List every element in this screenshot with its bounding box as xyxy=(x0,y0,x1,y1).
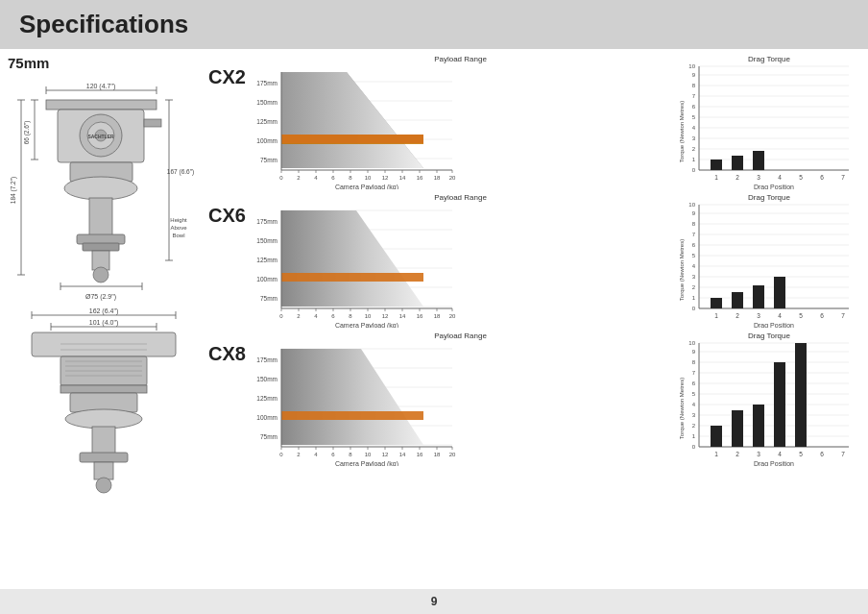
svg-text:6: 6 xyxy=(820,174,824,181)
svg-text:3: 3 xyxy=(757,312,760,319)
page-number: 9 xyxy=(431,595,438,608)
cx2-section: CX2 Payload Range 175mm 150mm 125mm 100m… xyxy=(208,55,860,191)
svg-text:184 (7.2"): 184 (7.2") xyxy=(10,177,17,204)
svg-text:150mm: 150mm xyxy=(256,376,277,382)
svg-text:175mm: 175mm xyxy=(256,80,277,86)
svg-text:125mm: 125mm xyxy=(256,257,277,263)
svg-text:7: 7 xyxy=(692,93,696,99)
main-content: 75mm 120 (4.7") 66 (2.6") 184 (7.2") xyxy=(0,55,868,604)
cx2-charts: Payload Range 175mm 150mm 125mm 100mm 75… xyxy=(251,55,860,191)
svg-text:75mm: 75mm xyxy=(260,433,277,440)
svg-text:8: 8 xyxy=(349,175,352,181)
svg-text:9: 9 xyxy=(692,349,696,355)
svg-text:2: 2 xyxy=(297,452,301,457)
svg-text:8: 8 xyxy=(692,83,696,88)
svg-text:12: 12 xyxy=(382,452,389,457)
svg-text:100mm: 100mm xyxy=(256,414,277,421)
svg-text:Torque (Newton Metres): Torque (Newton Metres) xyxy=(679,239,685,301)
svg-text:6: 6 xyxy=(820,312,824,319)
svg-text:7: 7 xyxy=(692,370,696,376)
svg-rect-27 xyxy=(89,198,112,236)
svg-text:4: 4 xyxy=(314,313,318,319)
svg-text:8: 8 xyxy=(349,452,352,457)
svg-text:2: 2 xyxy=(735,174,739,181)
svg-text:18: 18 xyxy=(434,452,441,457)
svg-text:20: 20 xyxy=(449,452,456,457)
svg-rect-273 xyxy=(711,426,722,447)
svg-text:4: 4 xyxy=(778,451,782,457)
svg-text:1: 1 xyxy=(714,451,718,457)
svg-rect-21 xyxy=(144,119,161,127)
svg-text:101 (4.0"): 101 (4.0") xyxy=(89,319,119,327)
svg-text:5: 5 xyxy=(799,174,803,181)
svg-text:2: 2 xyxy=(692,284,696,290)
svg-text:7: 7 xyxy=(841,451,845,457)
svg-text:125mm: 125mm xyxy=(256,118,277,125)
svg-rect-124 xyxy=(711,160,722,170)
tripod-base-diagram: 162 (6.4") 101 (4.0") xyxy=(8,304,200,496)
svg-text:2: 2 xyxy=(735,451,739,457)
svg-text:7: 7 xyxy=(692,232,696,237)
svg-text:125mm: 125mm xyxy=(256,395,277,402)
svg-rect-198 xyxy=(711,298,722,308)
cx6-payload-chart: Payload Range 175mm 150mm 125mm 10 xyxy=(251,193,670,330)
svg-text:7: 7 xyxy=(841,174,845,181)
page-footer: 9 xyxy=(0,589,868,614)
svg-text:175mm: 175mm xyxy=(256,218,277,225)
svg-text:20: 20 xyxy=(449,175,456,181)
svg-text:1: 1 xyxy=(714,312,718,319)
cx8-drag-chart: Drag Torque 0 1 2 3 4 5 6 7 8 9 10 Torqu… xyxy=(678,332,860,468)
svg-text:Torque (Newton Metres): Torque (Newton Metres) xyxy=(679,378,685,439)
svg-rect-199 xyxy=(732,292,743,308)
svg-point-31 xyxy=(93,267,108,282)
tripod-head-diagram: 120 (4.7") 66 (2.6") 184 (7.2") 167 (6.6… xyxy=(8,73,200,313)
cx6-title: CX6 xyxy=(208,193,249,227)
svg-rect-201 xyxy=(774,277,785,308)
svg-text:5: 5 xyxy=(692,391,696,397)
svg-text:Camera Payload (kg): Camera Payload (kg) xyxy=(335,184,398,189)
svg-text:Height: Height xyxy=(170,217,187,223)
svg-text:6: 6 xyxy=(331,452,335,457)
svg-text:Drag Position: Drag Position xyxy=(754,184,794,189)
svg-text:175mm: 175mm xyxy=(256,356,277,363)
svg-rect-47 xyxy=(60,385,147,393)
svg-text:5: 5 xyxy=(799,312,803,319)
svg-text:120 (4.7"): 120 (4.7") xyxy=(86,83,116,90)
svg-text:150mm: 150mm xyxy=(256,99,277,106)
svg-text:6: 6 xyxy=(692,104,696,110)
svg-text:150mm: 150mm xyxy=(256,237,277,244)
cx8-payload-chart: Payload Range 175mm 150mm 125mm 10 xyxy=(251,332,670,468)
svg-text:66 (2.6"): 66 (2.6") xyxy=(23,121,31,145)
svg-text:20: 20 xyxy=(449,313,456,319)
svg-point-49 xyxy=(65,409,142,429)
svg-text:100mm: 100mm xyxy=(256,276,277,282)
svg-text:100mm: 100mm xyxy=(256,137,277,144)
svg-text:6: 6 xyxy=(820,451,824,457)
svg-rect-126 xyxy=(753,151,764,170)
svg-text:12: 12 xyxy=(382,313,389,319)
svg-text:4: 4 xyxy=(778,312,782,319)
svg-text:5: 5 xyxy=(692,253,696,258)
svg-rect-45 xyxy=(32,332,176,356)
page-header: Specifications xyxy=(0,0,868,49)
svg-text:4: 4 xyxy=(692,125,696,131)
svg-rect-50 xyxy=(92,427,115,454)
svg-text:1: 1 xyxy=(692,295,696,301)
svg-text:18: 18 xyxy=(434,313,441,319)
cx6-drag-chart: Drag Torque 0 1 2 3 4 5 6 7 8 9 10 Torqu… xyxy=(678,193,860,330)
cx8-payload-title: Payload Range xyxy=(251,332,670,340)
svg-text:167 (6.6"): 167 (6.6") xyxy=(167,168,194,176)
svg-text:2: 2 xyxy=(692,423,696,429)
svg-text:9: 9 xyxy=(692,72,696,78)
svg-text:Bowl: Bowl xyxy=(172,233,184,238)
svg-text:14: 14 xyxy=(399,175,406,181)
svg-text:8: 8 xyxy=(692,221,696,227)
svg-text:4: 4 xyxy=(314,452,318,457)
svg-rect-28 xyxy=(77,234,125,244)
svg-text:10: 10 xyxy=(365,452,372,457)
cx8-section: CX8 Payload Range 175mm xyxy=(208,332,860,468)
svg-text:10: 10 xyxy=(688,341,695,346)
svg-text:9: 9 xyxy=(692,210,696,216)
svg-text:3: 3 xyxy=(757,174,760,181)
svg-text:3: 3 xyxy=(692,412,696,418)
